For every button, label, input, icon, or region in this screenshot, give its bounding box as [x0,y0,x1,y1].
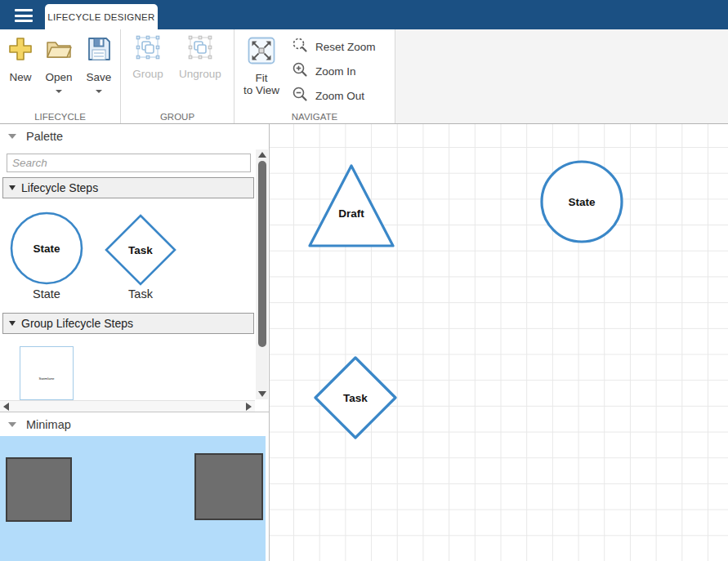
reset-zoom-button[interactable]: Reset Zoom [292,38,376,56]
palette-header[interactable]: Palette [0,124,269,149]
scroll-right-icon[interactable] [246,403,252,411]
palette-panel: Palette Lifecycle Steps State State Task… [0,124,270,561]
section-header-group-lifecycle-steps[interactable]: Group Lifecycle Steps [2,313,254,334]
fit-to-view-label-line1: Fit [256,72,268,84]
section-label-lifecycle: LIFECYCLE [0,112,120,122]
minimap-node-1[interactable] [6,457,72,522]
node-task-diamond[interactable]: Task [313,355,398,440]
ribbon-section-lifecycle: New Open [0,29,121,123]
palette-title: Palette [26,130,63,143]
section-label-navigate: NAVIGATE [234,112,395,122]
vertical-scroll-thumb[interactable] [258,161,266,347]
fit-to-view-label-line2: to View [243,84,279,96]
hamburger-menu-icon[interactable] [8,6,39,25]
save-floppy-icon [84,34,114,67]
section-header-lifecycle-steps[interactable]: Lifecycle Steps [2,177,254,198]
fit-to-view-icon [248,37,275,68]
zoom-in-button[interactable]: Zoom In [292,62,356,80]
ribbon-section-navigate: Fit to View Reset Zoom Zoom In [234,29,395,123]
new-button[interactable]: New [4,34,37,83]
node-state-circle[interactable]: State [539,159,624,244]
minimap-collapse-icon[interactable] [8,422,16,427]
scroll-up-icon[interactable] [258,152,266,158]
task-caption: Task [105,287,176,301]
node-draft-triangle[interactable]: Draft [307,163,395,248]
zoom-in-icon [292,61,308,81]
open-button-label: Open [45,71,72,83]
minimap[interactable] [0,436,266,561]
zoom-in-label: Zoom In [315,65,356,78]
section-label-group: GROUP [121,112,234,122]
ribbon-section-group: Group Ungroup GROUP [121,29,234,123]
minimap-title: Minimap [26,418,71,431]
scroll-down-icon[interactable] [258,391,266,397]
lifecycle-steps-collapse-icon [9,185,16,190]
zoom-out-label: Zoom Out [315,90,364,102]
save-button[interactable]: Save [81,34,117,93]
lifecycle-steps-title: Lifecycle Steps [21,181,98,194]
ungroup-button[interactable]: Ungroup [172,34,229,80]
palette-item-state[interactable]: State [10,211,83,285]
group-lifecycle-steps-title: Group Lifecycle Steps [21,317,133,330]
palette-item-task[interactable]: Task [105,214,176,286]
ungroup-button-label: Ungroup [179,68,221,80]
tab-lifecycle-designer[interactable]: LIFECYCLE DESIGNER [45,4,158,29]
minimap-node-2[interactable] [194,453,263,520]
zoom-out-button[interactable]: Zoom Out [292,87,364,105]
palette-collapse-icon[interactable] [8,134,16,139]
minimap-header[interactable]: Minimap [0,412,269,436]
new-plus-icon [6,34,35,67]
swimlane-label: Swimlane [32,376,60,381]
group-button[interactable]: Group [127,34,169,80]
open-folder-icon [44,34,74,67]
palette-vertical-scrollbar[interactable] [256,149,268,399]
title-bar: LIFECYCLE DESIGNER [0,0,728,29]
fit-to-view-button[interactable]: Fit to View [241,37,282,96]
ungroup-icon [187,34,213,64]
reset-zoom-label: Reset Zoom [315,41,376,53]
save-dropdown-icon[interactable] [96,90,102,93]
group-icon [135,34,161,64]
save-button-label: Save [87,71,112,83]
group-button-label: Group [132,68,163,80]
scroll-left-icon[interactable] [3,403,9,411]
open-dropdown-icon[interactable] [56,90,62,93]
open-button[interactable]: Open [41,34,77,93]
ribbon-toolbar: New Open [0,29,728,124]
palette-item-swimlane[interactable]: Swimlane [20,346,74,400]
new-button-label: New [9,71,31,83]
zoom-out-icon [292,86,308,105]
diagram-canvas[interactable]: Draft State Task [270,124,728,561]
palette-horizontal-scrollbar[interactable] [0,400,255,412]
reset-zoom-icon [292,37,308,56]
palette-search-input[interactable] [7,154,251,172]
group-lifecycle-steps-collapse-icon [9,321,16,326]
state-caption: State [10,287,83,301]
